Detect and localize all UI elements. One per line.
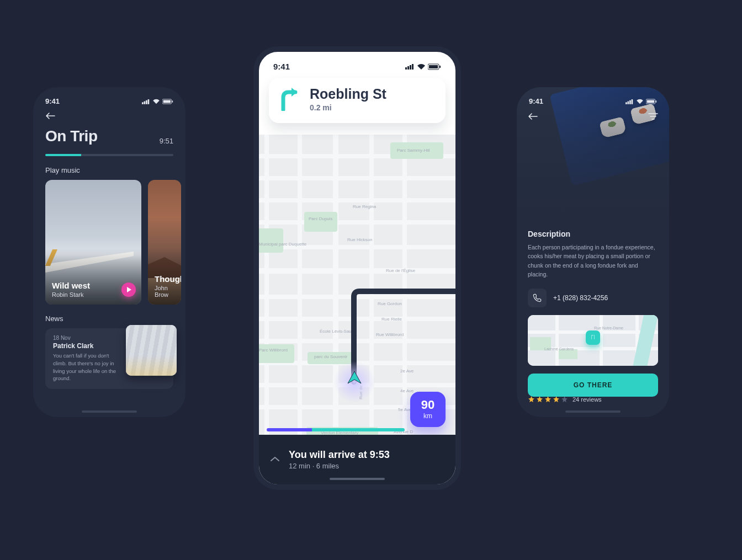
track-title: Though [155, 274, 178, 284]
svg-rect-3 [148, 99, 150, 104]
phone-navigation: 9:41 Roebling St 0.2 mi Parc Sammy-Hill … [253, 46, 461, 490]
status-time: 9:41 [273, 62, 290, 71]
music-card[interactable]: Wild west Robin Stark [45, 180, 141, 305]
svg-rect-7 [405, 67, 407, 70]
status-time: 9:41 [45, 97, 60, 105]
svg-rect-1 [144, 101, 146, 104]
back-button[interactable] [33, 109, 186, 122]
news-author: Patrick Clark [53, 342, 120, 350]
svg-rect-13 [439, 66, 441, 68]
svg-rect-9 [410, 65, 411, 70]
phone-icon [528, 289, 547, 307]
mini-map[interactable]: Rue Notre-Dame Lachine Gardens [528, 315, 658, 366]
svg-rect-0 [142, 102, 144, 104]
svg-rect-8 [407, 66, 409, 70]
eta-headline: You will arrive at 9:53 [289, 449, 390, 461]
news-date: 18 Nov [53, 335, 120, 341]
go-there-button[interactable]: GO THERE [528, 374, 658, 397]
direction-distance: 0.2 mi [310, 103, 386, 112]
svg-rect-6 [172, 100, 173, 102]
direction-card[interactable]: Roebling St 0.2 mi [269, 78, 446, 123]
music-card[interactable]: Though John Brow [148, 180, 181, 305]
eta-progress-strip [267, 428, 405, 431]
eta-drawer[interactable]: You will arrive at 9:53 12 min · 6 miles [259, 435, 455, 484]
back-button[interactable] [528, 113, 538, 122]
home-indicator [330, 478, 385, 480]
cta-label: GO THERE [574, 381, 613, 389]
speed-unit: km [423, 412, 432, 420]
trip-eta-time: 9:51 [160, 137, 173, 145]
track-title: Wild west [52, 281, 117, 290]
speed-value: 90 [421, 399, 434, 411]
music-section-label: Play music [33, 156, 186, 180]
music-carousel[interactable]: Wild west Robin Stark Though John Brow [33, 180, 186, 305]
description-heading: Description [528, 230, 658, 238]
news-image [126, 325, 177, 376]
phone-row[interactable]: +1 (828) 832-4256 [528, 289, 658, 307]
status-icons [142, 99, 173, 104]
phone-number: +1 (828) 832-4256 [553, 294, 608, 302]
news-blurb: You can't fall if you don't climb. But t… [53, 352, 120, 382]
svg-rect-5 [163, 100, 171, 103]
map-view[interactable]: Parc Sammy-Hill Parc Dupuis parc Duquett… [259, 135, 455, 435]
svg-rect-10 [412, 64, 414, 70]
news-card[interactable]: 18 Nov Patrick Clark You can't fall if y… [45, 328, 173, 389]
eta-subline: 12 min · 6 miles [289, 462, 390, 470]
turn-right-icon [279, 87, 301, 113]
statusbar: 9:41 [259, 52, 455, 74]
track-artist: John Brow [155, 285, 178, 298]
page-title: On Trip [45, 127, 98, 145]
location-arrow-icon [346, 370, 363, 389]
svg-rect-12 [429, 65, 438, 68]
map-pin-icon [586, 330, 600, 345]
speed-indicator: 90 km [410, 392, 446, 427]
svg-rect-2 [146, 100, 147, 104]
filter-icon[interactable] [648, 113, 658, 122]
phone-on-trip: 9:41 On Trip 9:51 Play music Wild west R… [33, 87, 186, 417]
track-artist: Robin Stark [52, 291, 117, 298]
chevron-up-icon[interactable] [270, 455, 280, 465]
statusbar: 9:41 [33, 87, 186, 109]
play-button[interactable] [121, 282, 136, 297]
description-text: Each person participating in a fondue ex… [528, 243, 658, 279]
home-indicator [565, 410, 621, 413]
status-icons [405, 63, 441, 70]
home-indicator [82, 410, 137, 413]
trip-header: On Trip 9:51 [33, 122, 186, 150]
phone-place-detail: 9:41 Sushi Place 24 reviews Descr [517, 87, 669, 417]
direction-street: Roebling St [310, 87, 386, 101]
